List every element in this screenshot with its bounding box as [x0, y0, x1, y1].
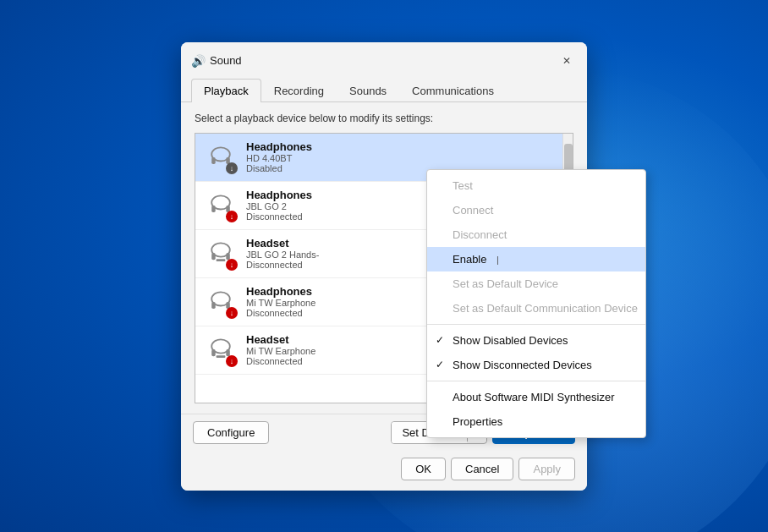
tab-sounds[interactable]: Sounds	[337, 79, 399, 102]
ctx-item-enable[interactable]: Enable |	[427, 247, 645, 271]
cursor-indicator: |	[496, 255, 499, 265]
ctx-item-test[interactable]: Test	[427, 173, 645, 198]
title-bar: 🔊 Sound ✕	[181, 42, 587, 78]
ctx-item-disconnect[interactable]: Disconnect	[427, 222, 645, 247]
device-icon-0: ↓	[204, 140, 238, 174]
status-badge-disconnected: ↓	[226, 307, 238, 319]
sound-dialog: 🔊 Sound ✕ Playback Recording Sounds Comm…	[181, 42, 587, 491]
status-badge-disconnected: ↓	[226, 259, 238, 271]
close-button[interactable]: ✕	[557, 51, 577, 71]
apply-button[interactable]: Apply	[518, 458, 575, 480]
svg-rect-11	[211, 302, 216, 309]
ok-button[interactable]: OK	[401, 458, 446, 480]
svg-rect-9	[217, 259, 226, 261]
status-badge-disconnected: ↓	[226, 211, 238, 222]
ctx-item-set-default-comm[interactable]: Set as Default Communication Device	[427, 296, 645, 321]
tabs-bar: Playback Recording Sounds Communications	[181, 78, 587, 102]
svg-rect-4	[211, 206, 216, 212]
window-icon: 🔊	[191, 54, 205, 68]
device-name-0: Headphones	[246, 140, 564, 153]
enable-label: Enable	[453, 253, 486, 266]
tab-playback[interactable]: Playback	[191, 79, 261, 102]
show-disabled-label: Show Disabled Devices	[453, 334, 568, 347]
bottom-bar: OK Cancel Apply	[181, 451, 587, 491]
ctx-separator-2	[427, 381, 645, 381]
svg-rect-1	[211, 157, 216, 164]
ctx-item-connect[interactable]: Connect	[427, 198, 645, 222]
ctx-item-set-default[interactable]: Set as Default Device	[427, 271, 645, 296]
ctx-item-properties[interactable]: Properties	[427, 409, 645, 434]
device-icon-2: ↓	[204, 237, 238, 271]
svg-rect-7	[211, 253, 216, 260]
check-show-disconnected: ✓	[436, 359, 444, 370]
svg-rect-14	[211, 349, 216, 356]
device-model-0: HD 4.40BT	[246, 153, 564, 163]
device-icon-4: ↓	[204, 333, 238, 367]
status-badge-disabled: ↓	[226, 162, 238, 174]
instruction-text: Select a playback device below to modify…	[195, 112, 573, 124]
configure-button[interactable]: Configure	[193, 421, 269, 444]
status-badge-disconnected: ↓	[226, 355, 238, 367]
device-icon-1: ↓	[204, 189, 238, 222]
tab-recording[interactable]: Recording	[261, 79, 337, 102]
cancel-button[interactable]: Cancel	[451, 458, 513, 480]
ctx-separator-1	[427, 324, 645, 325]
context-menu: Test Connect Disconnect Enable | Set as …	[426, 169, 646, 438]
device-icon-3: ↓	[204, 285, 238, 319]
window-title: Sound	[210, 54, 557, 67]
ctx-item-about-midi[interactable]: About Software MIDI Synthesizer	[427, 385, 645, 409]
ctx-item-show-disabled[interactable]: ✓ Show Disabled Devices	[427, 328, 645, 353]
show-disconnected-label: Show Disconnected Devices	[453, 359, 592, 371]
check-show-disabled: ✓	[436, 334, 444, 346]
tab-communications[interactable]: Communications	[399, 79, 507, 102]
footer-left: Configure	[193, 421, 386, 444]
ctx-item-show-disconnected[interactable]: ✓ Show Disconnected Devices	[427, 353, 645, 377]
svg-rect-16	[217, 355, 226, 358]
